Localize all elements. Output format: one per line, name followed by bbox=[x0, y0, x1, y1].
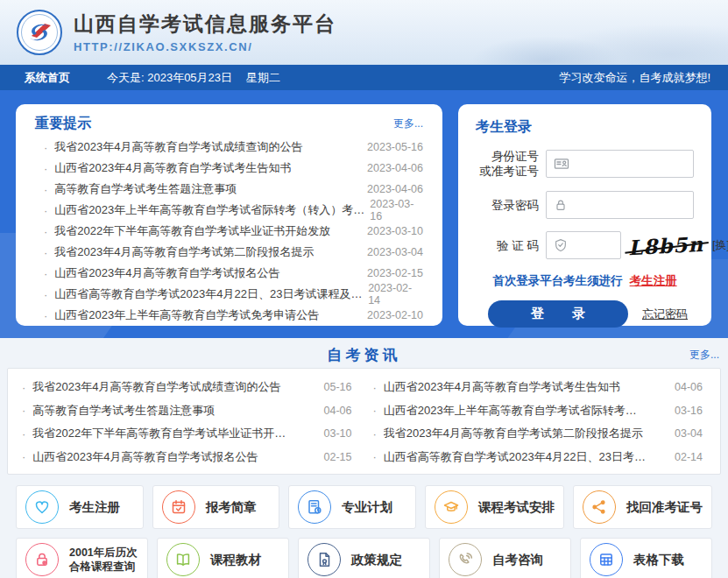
notice-date: 2023-02-14 bbox=[368, 282, 423, 307]
top-navbar: 系统首页 今天是: 2023年05月23日 星期二 学习改变命运，自考成就梦想! bbox=[0, 65, 728, 90]
news-title: 自考资讯 bbox=[9, 345, 719, 365]
notice-date: 2023-04-06 bbox=[367, 162, 423, 174]
nav-home-link[interactable]: 系统首页 bbox=[25, 70, 70, 86]
calendar-icon bbox=[162, 490, 195, 524]
news-item[interactable]: ·山西省高等教育自学考试2023年4月22日、23日考试课程及时间02-14 bbox=[364, 446, 716, 469]
notice-item[interactable]: ·山西省2023年上半年高等教育自学考试省际转考（转入）考生信息...2023-… bbox=[35, 200, 423, 221]
site-url[interactable]: HTTP://ZIKAO.SXKSZX.CN/ bbox=[74, 40, 336, 53]
notice-date: 2023-04-06 bbox=[367, 183, 423, 195]
phone-icon bbox=[449, 543, 482, 576]
news-text[interactable]: 我省2023年4月高等教育自学考试第二阶段报名提示 bbox=[384, 426, 643, 441]
news-date: 04-06 bbox=[324, 405, 352, 417]
password-input[interactable] bbox=[573, 199, 686, 212]
notice-item[interactable]: ·山西省2023年上半年高等教育自学考试免考申请公告2023-02-10 bbox=[35, 305, 423, 326]
news-right-column: ·山西省2023年4月高等教育自学考试考生告知书04-06 ·山西省2023年上… bbox=[364, 376, 716, 467]
login-button[interactable]: 登 录 bbox=[488, 300, 628, 328]
news-item[interactable]: ·我省2022年下半年高等教育自学考试毕业证书开始发放03-10 bbox=[13, 422, 364, 446]
password-input-box bbox=[546, 191, 694, 219]
notice-date: 2023-03-16 bbox=[370, 198, 423, 222]
notice-text[interactable]: 山西省高等教育自学考试2023年4月22日、23日考试课程及时间 bbox=[54, 286, 368, 302]
shortcut-consultation[interactable]: 自考咨询 bbox=[439, 538, 571, 578]
notice-item[interactable]: ·山西省2023年4月高等教育自学考试报名公告2023-02-15 bbox=[35, 263, 423, 284]
lock-icon bbox=[25, 543, 59, 576]
captcha-refresh-link[interactable]: [换] bbox=[712, 237, 728, 253]
news-item[interactable]: ·山西省2023年4月高等教育自学考试考生告知书04-06 bbox=[364, 376, 716, 399]
notice-date: 2023-03-10 bbox=[367, 225, 423, 237]
notice-item[interactable]: ·我省2022年下半年高等教育自学考试毕业证书开始发放2023-03-10 bbox=[35, 221, 423, 242]
forgot-password-link[interactable]: 忘记密码 bbox=[642, 307, 688, 322]
shortcut-exam-guide[interactable]: 报考简章 bbox=[152, 485, 280, 529]
nav-weekday-text: 星期二 bbox=[246, 70, 280, 86]
notice-item[interactable]: ·我省2023年4月高等教育自学考试第二阶段报名提示2023-03-04 bbox=[35, 242, 423, 263]
captcha-input[interactable] bbox=[573, 239, 613, 252]
news-text[interactable]: 高等教育自学考试考生答题注意事项 bbox=[32, 403, 215, 419]
shortcut-form-download[interactable]: 表格下载 bbox=[580, 538, 712, 578]
document-plan-icon bbox=[298, 490, 331, 524]
table-icon bbox=[590, 543, 623, 576]
news-date: 05-16 bbox=[324, 381, 352, 393]
news-more-link[interactable]: 更多... bbox=[689, 348, 719, 363]
news-item[interactable]: ·我省2023年4月高等教育自学考试第二阶段报名提示03-04 bbox=[364, 422, 716, 446]
notice-date: 2023-02-10 bbox=[367, 309, 423, 321]
lock-icon bbox=[554, 198, 568, 212]
graduation-cap-icon bbox=[435, 490, 468, 524]
notice-item[interactable]: ·我省2023年4月高等教育自学考试成绩查询的公告2023-05-16 bbox=[35, 137, 423, 158]
heart-icon bbox=[25, 490, 59, 524]
notice-item[interactable]: ·高等教育自学考试考生答题注意事项2023-04-06 bbox=[35, 179, 423, 200]
notices-more-link[interactable]: 更多... bbox=[393, 116, 423, 131]
shortcut-grid-row1: 考生注册 报考简章 专业计划 课程考试安排 找回准考证号 bbox=[16, 485, 712, 529]
news-header: 自考资讯 更多... bbox=[0, 343, 728, 366]
share-nodes-icon bbox=[583, 490, 616, 524]
news-item[interactable]: ·山西省2023年上半年高等教育自学考试省际转考（转入）考生信...03-16 bbox=[364, 399, 716, 423]
notice-text[interactable]: 我省2023年4月高等教育自学考试第二阶段报名提示 bbox=[54, 244, 314, 260]
notice-text[interactable]: 山西省2023年4月高等教育自学考试考生告知书 bbox=[54, 160, 291, 176]
notice-text[interactable]: 山西省2023年4月高等教育自学考试报名公告 bbox=[54, 265, 279, 281]
news-text[interactable]: 我省2023年4月高等教育自学考试成绩查询的公告 bbox=[32, 379, 280, 395]
notices-list: ·我省2023年4月高等教育自学考试成绩查询的公告2023-05-16 ·山西省… bbox=[35, 137, 423, 326]
notice-text[interactable]: 山西省2023年上半年高等教育自学考试省际转考（转入）考生信息... bbox=[54, 202, 370, 218]
site-header: 山西自学考试信息服务平台 HTTP://ZIKAO.SXKSZX.CN/ bbox=[0, 0, 728, 65]
news-item[interactable]: ·高等教育自学考试考生答题注意事项04-06 bbox=[13, 399, 364, 423]
news-date: 04-06 bbox=[675, 381, 703, 393]
book-icon bbox=[166, 543, 200, 576]
news-panel: ·我省2023年4月高等教育自学考试成绩查询的公告05-16 ·高等教育自学考试… bbox=[7, 368, 721, 475]
notice-text[interactable]: 我省2022年下半年高等教育自学考试毕业证书开始发放 bbox=[54, 223, 330, 239]
notice-item[interactable]: ·山西省高等教育自学考试2023年4月22日、23日考试课程及时间2023-02… bbox=[35, 284, 423, 305]
notice-text[interactable]: 山西省2023年上半年高等教育自学考试免考申请公告 bbox=[54, 307, 319, 323]
id-input[interactable] bbox=[575, 158, 686, 171]
site-logo-icon bbox=[16, 9, 63, 56]
news-text[interactable]: 山西省2023年上半年高等教育自学考试省际转考（转入）考生信... bbox=[384, 403, 647, 419]
news-item[interactable]: ·山西省2023年4月高等教育自学考试报名公告02-15 bbox=[13, 446, 364, 469]
id-input-box bbox=[546, 150, 694, 178]
shortcut-find-admission-number[interactable]: 找回准考证号 bbox=[573, 485, 712, 529]
notices-title: 重要提示 bbox=[35, 115, 91, 133]
news-text[interactable]: 山西省高等教育自学考试2023年4月22日、23日考试课程及时间 bbox=[384, 449, 647, 465]
important-notices-panel: 重要提示 更多... ·我省2023年4月高等教育自学考试成绩查询的公告2023… bbox=[16, 104, 442, 326]
password-field-label: 登录密码 bbox=[476, 198, 539, 213]
captcha-image[interactable]: L8b5n bbox=[627, 231, 703, 258]
shortcut-course-materials[interactable]: 课程教材 bbox=[157, 538, 289, 578]
notice-text[interactable]: 我省2023年4月高等教育自学考试成绩查询的公告 bbox=[54, 139, 302, 155]
shortcut-major-plan[interactable]: 专业计划 bbox=[288, 485, 416, 529]
news-item[interactable]: ·我省2023年4月高等教育自学考试成绩查询的公告05-16 bbox=[13, 376, 364, 399]
notice-item[interactable]: ·山西省2023年4月高等教育自学考试考生告知书2023-04-06 bbox=[35, 158, 423, 179]
shortcut-passed-courses-query[interactable]: 2001年后历次 合格课程查询 bbox=[16, 538, 148, 578]
news-date: 03-10 bbox=[324, 427, 352, 440]
notice-text[interactable]: 高等教育自学考试考生答题注意事项 bbox=[54, 181, 237, 197]
register-link[interactable]: 考生注册 bbox=[630, 274, 677, 287]
news-text[interactable]: 山西省2023年4月高等教育自学考试报名公告 bbox=[32, 449, 258, 465]
id-field-label: 身份证号 或准考证号 bbox=[476, 149, 539, 179]
policy-document-icon bbox=[307, 543, 341, 576]
hero-band: 重要提示 更多... ·我省2023年4月高等教育自学考试成绩查询的公告2023… bbox=[0, 90, 728, 338]
captcha-field-label: 验 证 码 bbox=[476, 238, 539, 253]
shortcut-policies[interactable]: 政策规定 bbox=[298, 538, 430, 578]
news-text[interactable]: 我省2022年下半年高等教育自学考试毕业证书开始发放 bbox=[32, 426, 295, 441]
news-text[interactable]: 山西省2023年4月高等教育自学考试考生告知书 bbox=[384, 379, 620, 395]
notice-date: 2023-05-16 bbox=[367, 141, 423, 153]
shortcut-course-exam-schedule[interactable]: 课程考试安排 bbox=[425, 485, 564, 529]
news-left-column: ·我省2023年4月高等教育自学考试成绩查询的公告05-16 ·高等教育自学考试… bbox=[13, 376, 364, 467]
nav-slogan: 学习改变命运，自考成就梦想! bbox=[559, 70, 710, 86]
login-title: 考生登录 bbox=[476, 118, 694, 137]
shortcut-candidate-register[interactable]: 考生注册 bbox=[16, 485, 144, 529]
shortcut-grid-row2: 2001年后历次 合格课程查询 课程教材 政策规定 自考咨询 表格下载 bbox=[16, 538, 712, 578]
